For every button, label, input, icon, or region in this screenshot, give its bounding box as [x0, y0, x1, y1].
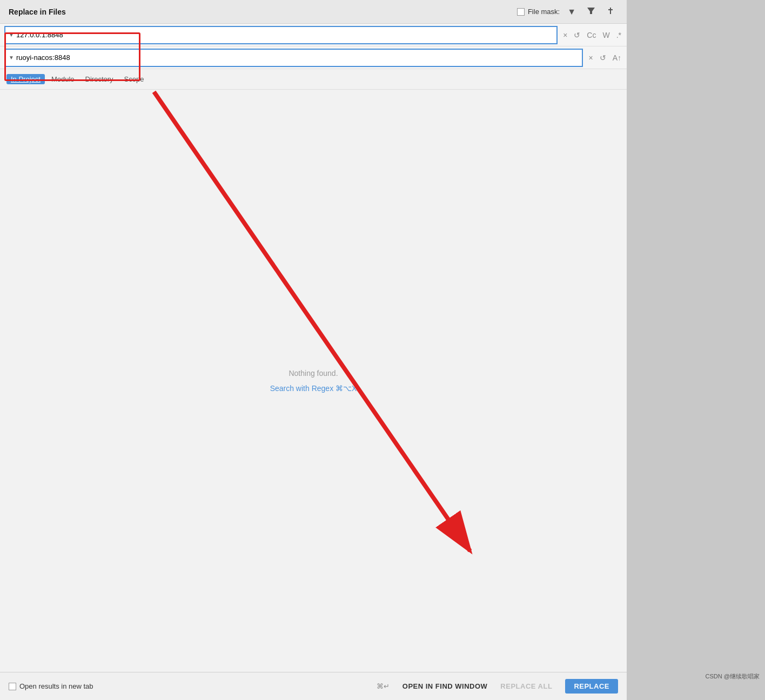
tab-in-project[interactable]: In Project — [6, 74, 45, 84]
results-area: Nothing found. Search with Regex ⌘⌥X — [0, 90, 627, 672]
file-mask-area: File mask: — [517, 8, 560, 16]
file-mask-label: File mask: — [528, 8, 560, 16]
dialog-title: Replace in Files — [9, 8, 66, 16]
open-find-window-btn[interactable]: OPEN IN FIND WINDOW — [402, 682, 488, 690]
pin-icon — [606, 6, 615, 15]
replace-undo-btn[interactable]: ↺ — [599, 52, 607, 63]
replace-in-files-dialog: Replace in Files File mask: ▼ ▼ — [0, 0, 627, 700]
regex-btn[interactable]: .* — [615, 30, 622, 41]
filter-btn[interactable] — [583, 5, 599, 18]
scope-tabs: In Project Module Directory Scope — [0, 69, 627, 90]
right-side-overlay — [627, 0, 765, 700]
search-undo-btn[interactable]: ↺ — [573, 30, 581, 41]
filter-icon — [587, 6, 595, 15]
file-mask-checkbox[interactable] — [517, 8, 525, 16]
bottom-actions: ⌘↵ OPEN IN FIND WINDOW REPLACE ALL REPLA… — [377, 679, 618, 694]
bottom-bar: Open results in new tab ⌘↵ OPEN IN FIND … — [0, 672, 627, 700]
open-results-label: Open results in new tab — [19, 682, 93, 690]
replace-all-btn[interactable]: REPLACE ALL — [500, 682, 552, 690]
open-results-checkbox[interactable] — [9, 683, 16, 690]
search-input-box: ▼ — [4, 26, 558, 44]
replace-input-box: ▼ — [4, 49, 583, 67]
open-results-check: Open results in new tab — [9, 682, 93, 690]
nothing-found-text: Nothing found. — [288, 369, 338, 378]
search-row: ▼ × ↺ Cc W .* — [0, 24, 627, 46]
dropdown-arrow-btn[interactable]: ▼ — [564, 6, 579, 18]
search-with-regex-link[interactable]: Search with Regex ⌘⌥X — [270, 384, 357, 393]
search-clear-btn[interactable]: × — [562, 30, 568, 41]
tab-module[interactable]: Module — [47, 74, 79, 84]
svg-marker-0 — [587, 8, 595, 14]
search-input[interactable] — [16, 31, 553, 39]
replace-case-btn[interactable]: A↑ — [612, 52, 622, 63]
replace-btn[interactable]: REPLACE — [565, 679, 618, 694]
tab-scope[interactable]: Scope — [120, 74, 149, 84]
replace-row: ▼ × ↺ A↑ — [0, 46, 627, 69]
replace-input[interactable] — [16, 53, 579, 62]
tab-directory[interactable]: Directory — [81, 74, 118, 84]
csdn-watermark: CSDN @继续歌唱家 — [700, 670, 765, 683]
search-icons: × ↺ Cc W .* — [562, 30, 622, 41]
title-bar-right: File mask: ▼ — [517, 5, 618, 18]
title-bar: Replace in Files File mask: ▼ — [0, 0, 627, 24]
replace-icons: × ↺ A↑ — [587, 52, 622, 63]
pin-btn[interactable] — [603, 5, 618, 18]
replace-clear-btn[interactable]: × — [587, 52, 594, 63]
whole-word-btn[interactable]: W — [601, 30, 610, 41]
replace-dropdown-arrow[interactable]: ▼ — [9, 55, 14, 60]
search-dropdown-arrow[interactable]: ▼ — [9, 32, 14, 38]
open-find-shortcut: ⌘↵ — [377, 682, 390, 690]
case-sensitive-btn[interactable]: Cc — [586, 30, 597, 41]
